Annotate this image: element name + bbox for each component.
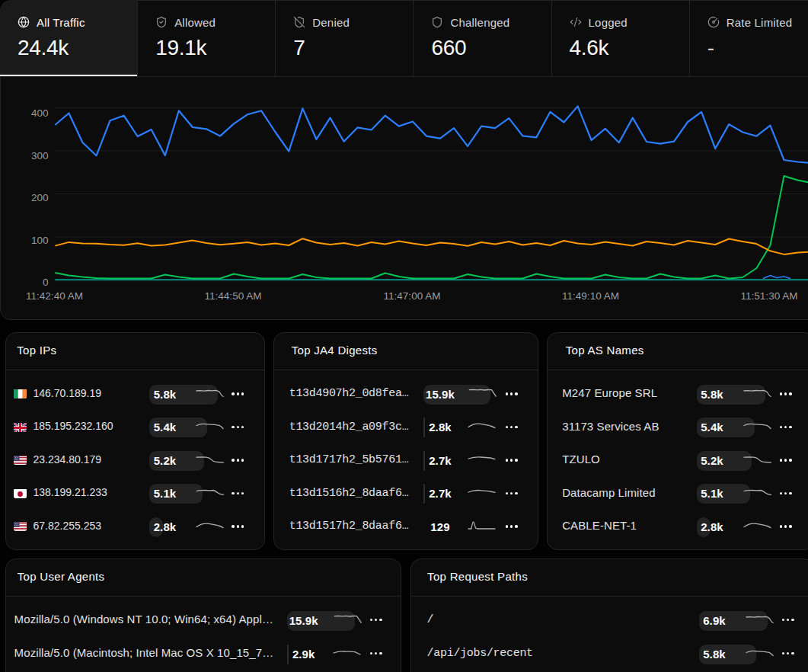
svg-text:100: 100 xyxy=(31,235,49,246)
svg-text:11:42:40 AM: 11:42:40 AM xyxy=(26,290,83,302)
svg-text:200: 200 xyxy=(31,192,49,203)
svg-text:11:49:10 AM: 11:49:10 AM xyxy=(562,290,619,302)
svg-text:11:51:30 AM: 11:51:30 AM xyxy=(741,290,798,302)
svg-text:0: 0 xyxy=(43,277,49,288)
svg-text:11:44:50 AM: 11:44:50 AM xyxy=(205,290,262,302)
svg-text:300: 300 xyxy=(31,150,49,162)
svg-text:11:47:00 AM: 11:47:00 AM xyxy=(384,290,441,302)
svg-text:400: 400 xyxy=(31,107,49,119)
